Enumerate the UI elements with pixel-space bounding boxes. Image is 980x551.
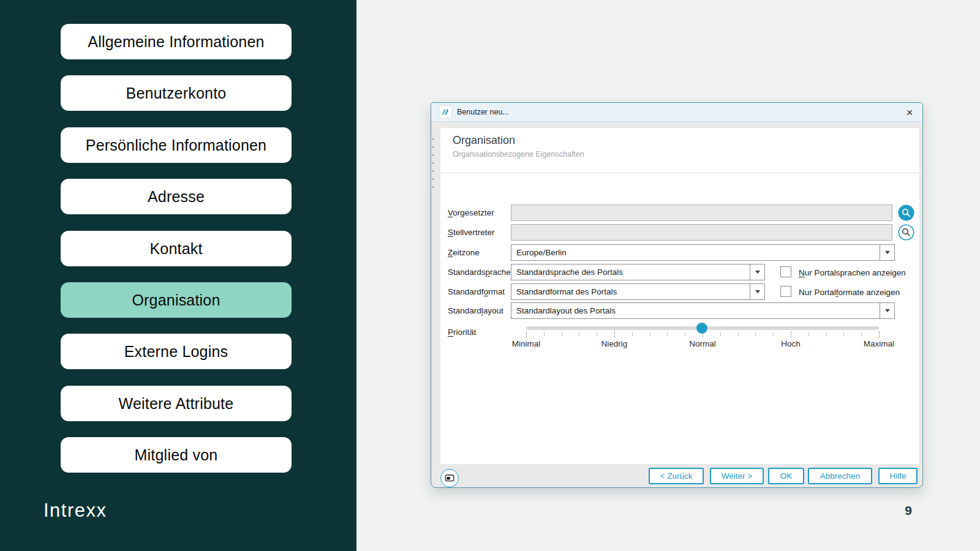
standardformat-label: Standardformat bbox=[448, 283, 505, 300]
next-button[interactable]: Weiter > bbox=[710, 468, 764, 484]
sidebar-item-externe-logins[interactable]: Externe Logins bbox=[61, 334, 292, 369]
standardformat-value: Standardformat des Portals bbox=[511, 287, 750, 296]
stellvertreter-input[interactable] bbox=[511, 224, 892, 241]
sidebar-item-allgemeine-informationen[interactable]: Allgemeine Informationen bbox=[61, 24, 292, 59]
chevron-down-icon[interactable] bbox=[880, 303, 894, 318]
back-button[interactable]: < Zurück bbox=[649, 468, 704, 484]
intrexx-app-icon bbox=[439, 106, 451, 118]
ok-button[interactable]: OK bbox=[768, 468, 804, 484]
nur-portalsprachen-checkbox[interactable] bbox=[780, 266, 791, 277]
sidebar-item-weitere-attribute[interactable]: Weitere Attribute bbox=[61, 386, 292, 421]
monitor-icon bbox=[445, 474, 454, 482]
page-title: Organisation bbox=[453, 134, 515, 147]
scale-label-maximal: Maximal bbox=[864, 339, 894, 348]
sidebar-item-persoenliche-informationen[interactable]: Persönliche Informationen bbox=[61, 127, 292, 163]
sidebar-item-organisation[interactable]: Organisation bbox=[61, 282, 292, 318]
standardformat-select[interactable]: Standardformat des Portals bbox=[511, 283, 765, 300]
slide: Allgemeine Informationen Benutzerkonto P… bbox=[0, 0, 980, 551]
page-subtitle: Organisationsbezogene Eigenschaften bbox=[453, 150, 584, 159]
benutzer-neu-dialog: Benutzer neu... × Organisation Organisat… bbox=[431, 102, 923, 488]
page-number: 9 bbox=[899, 503, 918, 518]
nur-portalsprachen-label: Nur Portalsprachen anzeigen bbox=[799, 268, 906, 277]
close-icon[interactable]: × bbox=[902, 105, 918, 119]
stellvertreter-search-button[interactable] bbox=[898, 224, 914, 241]
zeitzone-label: Zeitzone bbox=[448, 244, 480, 261]
intrexx-slashes-icon bbox=[441, 108, 450, 116]
sidebar-item-mitglied-von[interactable]: Mitglied von bbox=[61, 437, 292, 473]
vorgesetzter-input[interactable] bbox=[511, 204, 892, 221]
help-button[interactable]: Hilfe bbox=[878, 468, 918, 484]
sidebar-item-adresse[interactable]: Adresse bbox=[61, 179, 292, 214]
vorgesetzter-search-button[interactable] bbox=[898, 204, 914, 221]
cancel-button[interactable]: Abbrechen bbox=[808, 468, 872, 484]
dialog-content-card: Organisation Organisationsbezogene Eigen… bbox=[440, 128, 919, 464]
standardlayout-label: Standardlayout bbox=[448, 302, 503, 319]
stellvertreter-label: Stellvertreter bbox=[448, 224, 495, 241]
nur-portalformate-label: Nur Portalformate anzeigen bbox=[799, 288, 900, 297]
sidebar-item-kontakt[interactable]: Kontakt bbox=[61, 231, 292, 266]
scale-label-hoch: Hoch bbox=[781, 339, 801, 348]
chevron-down-icon[interactable] bbox=[750, 284, 764, 299]
search-icon bbox=[898, 204, 914, 221]
standardlayout-value: Standardlayout des Portals bbox=[511, 306, 880, 315]
organisation-form: Vorgesetzter Stellvertreter bbox=[440, 173, 919, 464]
wizard-page-header: Organisation Organisationsbezogene Eigen… bbox=[440, 128, 919, 173]
scale-label-normal: Normal bbox=[689, 339, 716, 348]
prioritaet-slider-thumb[interactable] bbox=[696, 323, 707, 334]
sidebar: Allgemeine Informationen Benutzerkonto P… bbox=[0, 0, 356, 551]
chevron-down-icon[interactable] bbox=[750, 264, 764, 280]
standardsprache-value: Standardsprache des Portals bbox=[511, 268, 750, 277]
left-gutter-artifact bbox=[432, 138, 434, 193]
scale-label-minimal: Minimal bbox=[512, 339, 541, 348]
vorgesetzter-label: Vorgesetzter bbox=[448, 204, 494, 221]
preview-button[interactable] bbox=[440, 469, 459, 487]
zeitzone-select[interactable]: Europe/Berlin bbox=[511, 244, 895, 261]
standardsprache-label: Standardsprache bbox=[448, 264, 511, 280]
zeitzone-value: Europe/Berlin bbox=[511, 248, 880, 257]
standardsprache-select[interactable]: Standardsprache des Portals bbox=[511, 264, 765, 280]
scale-label-niedrig: Niedrig bbox=[601, 339, 628, 348]
sidebar-item-benutzerkonto[interactable]: Benutzerkonto bbox=[61, 75, 292, 111]
nur-portalformate-checkbox[interactable] bbox=[780, 286, 791, 297]
search-icon bbox=[898, 224, 914, 241]
chevron-down-icon[interactable] bbox=[880, 245, 894, 260]
standardlayout-select[interactable]: Standardlayout des Portals bbox=[511, 302, 895, 319]
intrexx-logo: Intrexx bbox=[43, 500, 107, 522]
dialog-title: Benutzer neu... bbox=[457, 108, 509, 116]
prioritaet-label: Priorität bbox=[448, 324, 477, 340]
dialog-titlebar[interactable]: Benutzer neu... × bbox=[431, 103, 922, 122]
